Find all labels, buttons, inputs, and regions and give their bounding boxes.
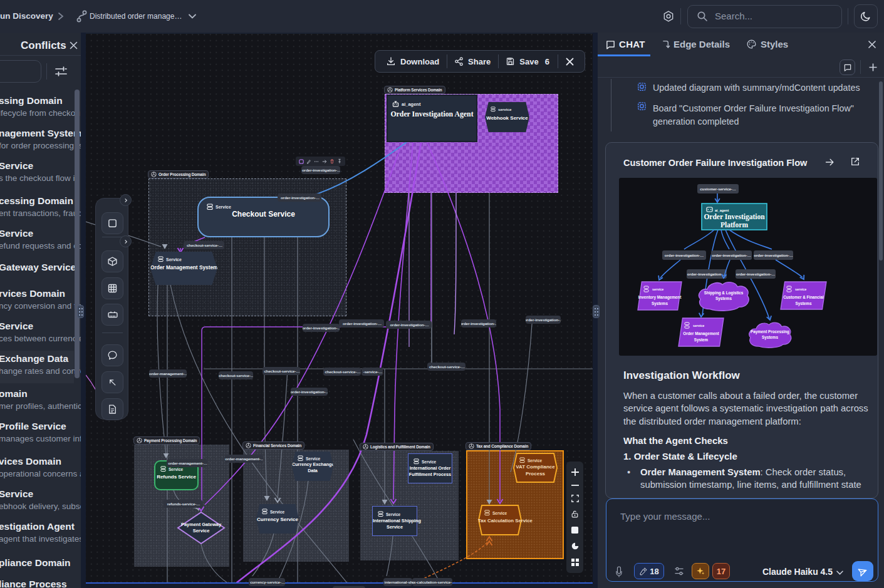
svg-text:Inventory Management: Inventory Management	[638, 295, 682, 300]
svg-text:Systems: Systems	[762, 335, 778, 340]
svg-text:order-investigation-…: order-investigation-…	[712, 254, 751, 257]
svg-text:order-investigation-…: order-investigation-…	[736, 272, 775, 276]
svg-text:Systems: Systems	[715, 296, 732, 301]
svg-text:ai_agent: ai_agent	[715, 209, 729, 212]
svg-text:service: service	[693, 324, 704, 328]
svg-text:Order Management: Order Management	[683, 331, 719, 336]
svg-text:Order Investigation: Order Investigation	[704, 213, 765, 221]
svg-text:Customer & Financial: Customer & Financial	[783, 295, 824, 299]
svg-text:Systems: Systems	[652, 301, 668, 306]
svg-text:order-investigation-…: order-investigation-…	[687, 272, 726, 276]
svg-text:service: service	[652, 287, 663, 291]
svg-text:Shipping & Logistics: Shipping & Logistics	[704, 291, 744, 296]
svg-text:service: service	[795, 287, 806, 291]
svg-text:order-investigation-…: order-investigation-…	[754, 254, 793, 257]
svg-text:Systems: Systems	[796, 301, 812, 306]
svg-text:Payment Processing: Payment Processing	[751, 329, 789, 334]
svg-text:Platform: Platform	[720, 221, 748, 229]
svg-text:System: System	[694, 338, 709, 343]
svg-text:order-investigation-…: order-investigation-…	[665, 254, 704, 257]
svg-text:customer-service-…: customer-service-…	[700, 187, 736, 191]
